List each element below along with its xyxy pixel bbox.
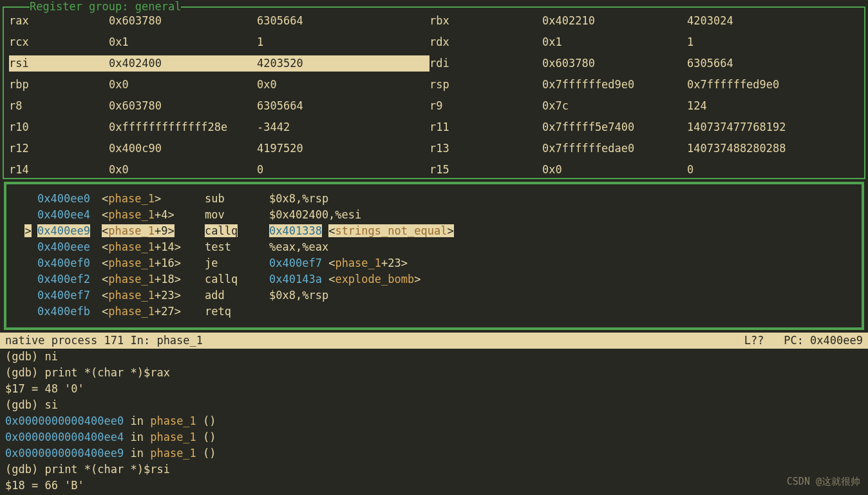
asm-pointer (12, 271, 37, 287)
register-cell: r9 (429, 98, 542, 114)
register-cell: rcx (9, 34, 109, 50)
asm-line: 0x400ef2<phase_1+18>callq0x40143a <explo… (6, 271, 862, 287)
status-right: L?? PC: 0x400ee9 (744, 333, 863, 349)
register-cell: r15 (429, 162, 542, 178)
register-cell: 0x7c (542, 98, 687, 114)
console-line: (gdb) print *(char *)$rsi (5, 461, 863, 478)
asm-line: 0x400eee<phase_1+14>test%eax,%eax (6, 239, 862, 255)
status-left: native process 171 In: phase_1 (5, 333, 203, 349)
asm-args: 0x400ef7 <phase_1+23> (269, 255, 856, 271)
asm-args (269, 304, 856, 320)
asm-args: $0x8,%rsp (269, 287, 856, 304)
asm-pointer (12, 255, 37, 271)
register-cell: 0x7ffffffed9e0 (542, 77, 687, 93)
register-cell: rdi (429, 55, 542, 72)
console-line: (gdb) ni (5, 349, 863, 365)
asm-line: 0x400ef7<phase_1+23>add$0x8,%rsp (6, 287, 862, 304)
asm-op: sub (205, 191, 269, 207)
register-cell: r11 (429, 119, 542, 135)
register-cell: r8 (9, 98, 109, 114)
asm-symbol: <phase_1+23> (102, 287, 205, 304)
asm-args: $0x402400,%esi (269, 207, 856, 223)
register-cell: rdx (429, 34, 542, 50)
register-cell: 0x400c90 (109, 141, 257, 157)
register-cell: 0x0 (542, 162, 687, 178)
register-row: r100xfffffffffffff28e-3442r110x7fffff5e7… (4, 114, 864, 135)
register-row: rsi0x4024004203520rdi0x6037806305664 (4, 50, 864, 72)
console-line: 0x0000000000400ee4 in phase_1 () (5, 429, 863, 445)
register-cell: -3442 (257, 119, 429, 135)
register-row: rcx0x11rdx0x11 (4, 29, 864, 50)
asm-op: callq (205, 223, 269, 239)
asm-symbol: <phase_1+4> (102, 207, 205, 223)
asm-args: %eax,%eax (269, 239, 856, 255)
register-cell: 0 (257, 162, 429, 178)
asm-addr: 0x400ee4 (37, 207, 102, 223)
asm-op: test (205, 239, 269, 255)
asm-line: 0x400ee0<phase_1>sub$0x8,%rsp (6, 191, 862, 207)
asm-args: $0x8,%rsp (269, 191, 856, 207)
register-cell: r14 (9, 162, 109, 178)
register-cell: rbx (429, 13, 542, 29)
asm-pointer (12, 287, 37, 304)
asm-line: 0x400efb<phase_1+27>retq (6, 304, 862, 320)
register-cell: 1 (257, 34, 429, 50)
register-cell: 0x402210 (542, 13, 687, 29)
register-cell: r12 (9, 141, 109, 157)
register-cell: 0x0 (109, 162, 257, 178)
asm-symbol: <phase_1+18> (102, 271, 205, 287)
asm-panel: 0x400ee0<phase_1>sub$0x8,%rsp 0x400ee4<p… (4, 182, 864, 330)
asm-addr: 0x400ee0 (37, 191, 102, 207)
register-cell: 6305664 (257, 98, 429, 114)
register-panel-title: Register group: general (30, 0, 181, 15)
register-cell: 0x7ffffffed9e0 (687, 77, 859, 93)
register-row: rbp0x00x0rsp0x7ffffffed9e00x7ffffffed9e0 (4, 72, 864, 93)
register-cell: 0x603780 (109, 98, 257, 114)
asm-pointer (12, 304, 37, 320)
register-cell: 124 (687, 98, 859, 114)
asm-op: callq (205, 271, 269, 287)
asm-symbol: <phase_1+27> (102, 304, 205, 320)
asm-symbol: <phase_1+16> (102, 255, 205, 271)
register-cell: 6305664 (257, 13, 429, 29)
asm-args: 0x40143a <explode_bomb> (269, 271, 856, 287)
register-cell: 6305664 (687, 55, 859, 72)
asm-line: 0x400ee4<phase_1+4>mov$0x402400,%esi (6, 207, 862, 223)
register-cell: 4197520 (257, 141, 429, 157)
asm-addr: 0x400ef7 (37, 287, 102, 304)
register-cell: r10 (9, 119, 109, 135)
asm-op: mov (205, 207, 269, 223)
asm-symbol: <phase_1+14> (102, 239, 205, 255)
gdb-console[interactable]: (gdb) ni(gdb) print *(char *)$rax$17 = 4… (0, 349, 868, 495)
asm-addr: 0x400efb (37, 304, 102, 320)
register-cell: 0x0 (109, 77, 257, 93)
console-line: $18 = 66 'B' (5, 478, 863, 494)
status-bar: native process 171 In: phase_1 L?? PC: 0… (0, 333, 868, 349)
asm-addr: 0x400ef0 (37, 255, 102, 271)
register-cell: 4203024 (687, 13, 859, 29)
register-cell: 1 (687, 34, 859, 50)
register-row: r120x400c904197520r130x7ffffffedae014073… (4, 135, 864, 157)
asm-pointer (12, 207, 37, 223)
register-row: r80x6037806305664r90x7c124 (4, 93, 864, 114)
register-cell: rsi (9, 55, 109, 72)
register-cell: 4203520 (257, 55, 429, 72)
asm-line: 0x400ef0<phase_1+16>je0x400ef7 <phase_1+… (6, 255, 862, 271)
asm-addr: 0x400eee (37, 239, 102, 255)
register-cell: 0xfffffffffffff28e (109, 119, 257, 135)
asm-pointer (12, 239, 37, 255)
register-cell: 0 (687, 162, 859, 178)
register-cell: 0x603780 (542, 55, 687, 72)
console-line: 0x0000000000400ee0 in phase_1 () (5, 413, 863, 429)
register-cell: 0x1 (109, 34, 257, 50)
asm-addr: 0x400ee9 (37, 223, 102, 239)
register-cell: 0x1 (542, 34, 687, 50)
register-cell: 0x7fffff5e7400 (542, 119, 687, 135)
register-cell: rax (9, 13, 109, 29)
asm-op: add (205, 287, 269, 304)
register-cell: 140737488280288 (687, 141, 859, 157)
register-cell: 0x7ffffffedae0 (542, 141, 687, 157)
asm-op: retq (205, 304, 269, 320)
register-cell: 0x603780 (109, 13, 257, 29)
asm-symbol: <phase_1> (102, 191, 205, 207)
